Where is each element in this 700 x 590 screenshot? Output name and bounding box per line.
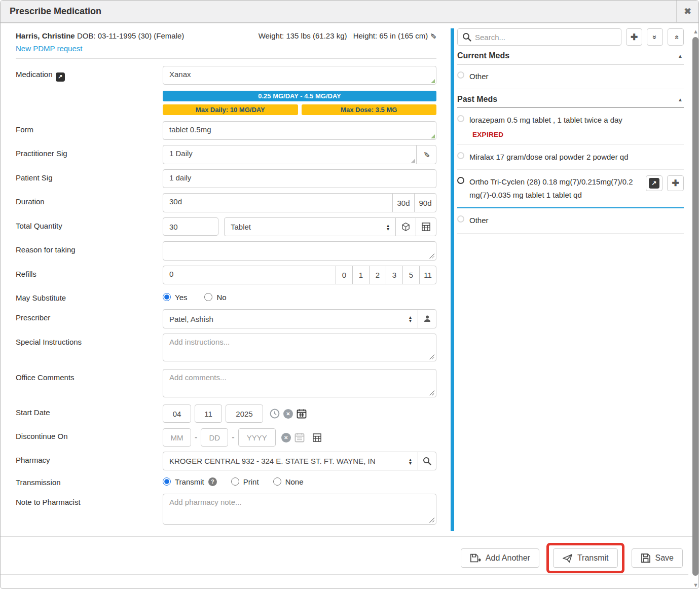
quantity-calculator-button[interactable] <box>416 217 436 236</box>
scroll-down-icon[interactable]: ▼ <box>692 582 699 588</box>
refills-0-button[interactable]: 0 <box>336 266 353 284</box>
discontinue-calendar-icon[interactable] <box>294 432 305 442</box>
med-radio-selected[interactable] <box>457 177 464 184</box>
add-med-button[interactable]: ✚ <box>626 28 642 46</box>
resize-grip-icon <box>429 354 434 359</box>
add-another-button[interactable]: Add Another <box>461 548 539 568</box>
discontinue-month-input[interactable] <box>163 428 191 447</box>
pharmacist-note-input[interactable]: Add pharmacy note... <box>163 494 436 525</box>
past-meds-other-item[interactable]: Other <box>457 208 684 233</box>
new-pdmp-request-link[interactable]: New PDMP request <box>16 44 82 53</box>
row-patient-sig: Patient Sig 1 daily <box>16 169 436 188</box>
prescriber-select[interactable]: Patel, Ashish ▴▾ <box>163 309 418 328</box>
medication-external-link-icon[interactable]: ↗ <box>56 72 65 82</box>
clear-discontinue-date-icon[interactable]: ✕ <box>281 433 291 442</box>
duration-90d-button[interactable]: 90d <box>414 193 436 212</box>
med-radio[interactable] <box>457 152 464 159</box>
dialog-titlebar: Prescribe Medication ✖ <box>1 1 698 23</box>
dose-range-bar: 0.25 MG/DAY - 4.5 MG/DAY <box>163 91 436 101</box>
patient-vitals: Weight: 135 lbs (61.23 kg) Height: 65 in… <box>259 31 436 41</box>
chevron-double-down-icon: » <box>651 35 659 39</box>
refills-11-button[interactable]: 11 <box>419 266 436 284</box>
resize-grip-icon <box>429 390 434 395</box>
dispense-package-button[interactable] <box>395 217 416 236</box>
prescriber-person-button[interactable] <box>418 309 436 328</box>
start-date-calendar-icon[interactable] <box>297 409 307 419</box>
none-radio[interactable] <box>273 477 281 486</box>
substitute-no-radio[interactable] <box>204 293 212 301</box>
meds-sidebar: ✚ » » Current Meds ▲ Other Past Meds ▲ l… <box>457 28 684 234</box>
duration-30d-button[interactable]: 30d <box>392 193 415 212</box>
close-icon: ✖ <box>684 6 691 17</box>
package-cube-icon <box>401 222 411 232</box>
edit-vitals-icon[interactable]: ✎ <box>429 33 438 40</box>
transmission-label: Transmission <box>16 474 163 487</box>
quantity-unit-select[interactable]: Tablet ▴▾ <box>224 217 396 236</box>
edit-sig-button[interactable]: ✎ <box>416 145 436 164</box>
row-start-date: Start Date ✕ <box>16 404 436 423</box>
office-comments-input[interactable]: Add comments... <box>163 369 436 397</box>
may-substitute-label: May Substitute <box>16 289 163 302</box>
medication-input[interactable]: Xanax <box>163 66 436 85</box>
scroll-up-icon[interactable]: ▲ <box>692 28 699 34</box>
duration-calculator-icon[interactable] <box>313 433 321 442</box>
total-quantity-label: Total Quantity <box>16 217 163 236</box>
current-meds-other-item[interactable]: Other <box>457 64 684 89</box>
discontinue-day-input[interactable] <box>201 428 228 447</box>
reason-input[interactable] <box>163 241 436 261</box>
close-button[interactable]: ✖ <box>676 1 698 22</box>
past-med-miralax-item[interactable]: Miralax 17 gram/dose oral powder 2 powde… <box>457 145 684 170</box>
collapse-section-icon[interactable]: ▲ <box>678 97 683 102</box>
row-office-comments: Office Comments Add comments... <box>16 369 436 397</box>
pharmacy-search-button[interactable] <box>418 452 436 470</box>
pharmacy-select[interactable]: KROGER CENTRAL 932 - 324 E. STATE ST. FT… <box>163 452 418 470</box>
med-search-input[interactable] <box>457 28 621 46</box>
save-icon <box>641 553 651 563</box>
med-radio[interactable] <box>457 215 464 223</box>
refills-3-button[interactable]: 3 <box>386 266 403 284</box>
duration-input[interactable]: 30d <box>163 193 393 212</box>
transmit-radio[interactable] <box>163 477 171 486</box>
practitioner-sig-input[interactable]: 1 Daily <box>163 145 417 164</box>
external-link-icon: ↗ <box>649 178 659 189</box>
current-meds-header: Current Meds ▲ <box>457 46 684 64</box>
substitute-yes-radio[interactable] <box>163 293 171 301</box>
expand-all-button[interactable]: » <box>647 28 663 46</box>
form-input[interactable]: tablet 0.5mg <box>163 121 436 140</box>
patient-dob: DOB: 03-11-1995 (30) (Female) <box>77 31 184 40</box>
clear-start-date-icon[interactable]: ✕ <box>283 409 293 419</box>
collapse-section-icon[interactable]: ▲ <box>678 53 683 59</box>
special-instructions-input[interactable]: Add instructions... <box>163 334 436 361</box>
refills-5-button[interactable]: 5 <box>402 266 420 284</box>
collapse-all-button[interactable]: » <box>668 28 684 46</box>
start-month-input[interactable] <box>163 404 191 423</box>
window-scrollbar[interactable]: ▲ ▼ <box>692 24 699 588</box>
past-med-lorazepam-item[interactable]: lorazepam 0.5 mg tablet , 1 tablet twice… <box>457 108 684 144</box>
row-transmission: Transmission Transmit ? Print None <box>16 474 436 487</box>
start-day-input[interactable] <box>195 404 222 423</box>
refills-input[interactable]: 0 <box>163 266 336 284</box>
patient-sig-input[interactable]: 1 daily <box>163 169 436 188</box>
med-radio[interactable] <box>457 71 464 79</box>
total-quantity-input[interactable] <box>163 217 218 236</box>
reason-label: Reason for taking <box>16 241 163 261</box>
scrollbar-thumb[interactable] <box>692 37 698 576</box>
discontinue-on-label: Discontinue On <box>16 428 163 447</box>
refills-2-button[interactable]: 2 <box>369 266 386 284</box>
discontinue-year-input[interactable] <box>238 428 276 447</box>
transmit-button[interactable]: Transmit <box>553 548 618 568</box>
print-radio[interactable] <box>231 477 239 486</box>
save-button[interactable]: Save <box>632 548 683 568</box>
refills-1-button[interactable]: 1 <box>352 266 370 284</box>
time-clock-icon[interactable] <box>270 409 280 419</box>
med-radio[interactable] <box>457 115 464 122</box>
transmit-help-icon[interactable]: ? <box>208 477 217 486</box>
paper-plane-icon <box>562 554 573 563</box>
duration-label: Duration <box>16 193 163 212</box>
patient-height: Height: 65 in (165 cm) <box>353 31 428 40</box>
dialog-footer: Add Another Transmit Save <box>1 536 698 573</box>
start-year-input[interactable] <box>226 404 263 423</box>
med-external-link-button[interactable]: ↗ <box>646 175 662 191</box>
past-med-ortho-item[interactable]: Ortho Tri-Cyclen (28) 0.18 mg(7)/0.215mg… <box>457 170 684 209</box>
med-add-button[interactable]: ✚ <box>667 175 684 191</box>
